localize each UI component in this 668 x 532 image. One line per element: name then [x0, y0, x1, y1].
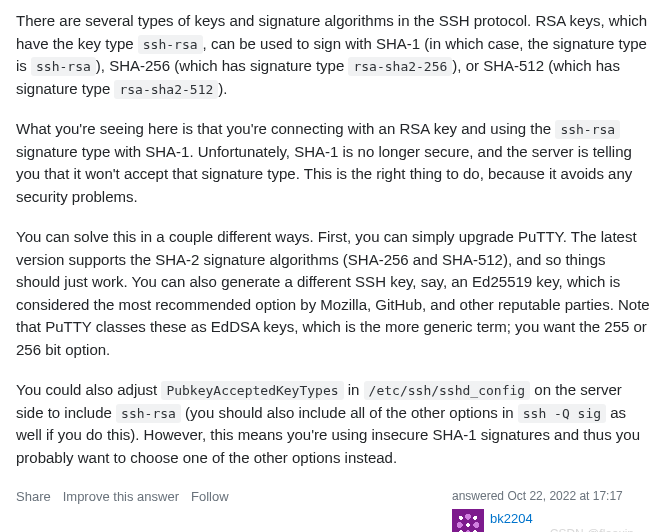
code-sshd-config-path: /etc/ssh/sshd_config	[364, 381, 531, 400]
text: What you're seeing here is that you're c…	[16, 120, 555, 137]
text: ), SHA-256 (which has signature type	[96, 57, 349, 74]
answered-time: answered Oct 22, 2022 at 17:17	[452, 487, 652, 505]
answered-timestamp: Oct 22, 2022 at 17:17	[507, 489, 622, 503]
improve-answer-link[interactable]: Improve this answer	[63, 487, 179, 507]
follow-link[interactable]: Follow	[191, 487, 229, 507]
code-ssh-q-sig: ssh -Q sig	[518, 404, 606, 423]
username-link[interactable]: bk2204	[490, 509, 539, 529]
code-ssh-rsa: ssh-rsa	[116, 404, 181, 423]
avatar[interactable]	[452, 509, 484, 532]
answered-prefix: answered	[452, 489, 507, 503]
answer-paragraph-3: You can solve this in a couple different…	[16, 226, 652, 361]
code-ssh-rsa: ssh-rsa	[138, 35, 203, 54]
code-rsa-sha2-256: rsa-sha2-256	[348, 57, 452, 76]
code-ssh-rsa: ssh-rsa	[555, 120, 620, 139]
text: You could also adjust	[16, 381, 161, 398]
code-ssh-rsa: ssh-rsa	[31, 57, 96, 76]
text: (you should also include all of the othe…	[181, 404, 518, 421]
share-link[interactable]: Share	[16, 487, 51, 507]
code-pubkeyacceptedkeytypes: PubkeyAcceptedKeyTypes	[161, 381, 343, 400]
text: ).	[218, 80, 227, 97]
code-rsa-sha2-512: rsa-sha2-512	[114, 80, 218, 99]
answer-paragraph-2: What you're seeing here is that you're c…	[16, 118, 652, 208]
watermark: CSDN @fleaxin	[550, 525, 634, 533]
action-links: Share Improve this answer Follow	[16, 487, 229, 507]
answer-paragraph-4: You could also adjust PubkeyAcceptedKeyT…	[16, 379, 652, 469]
text: in	[344, 381, 364, 398]
text: signature type with SHA-1. Unfortunately…	[16, 143, 632, 205]
answer-paragraph-1: There are several types of keys and sign…	[16, 10, 652, 100]
text: You can solve this in a couple different…	[16, 228, 650, 358]
